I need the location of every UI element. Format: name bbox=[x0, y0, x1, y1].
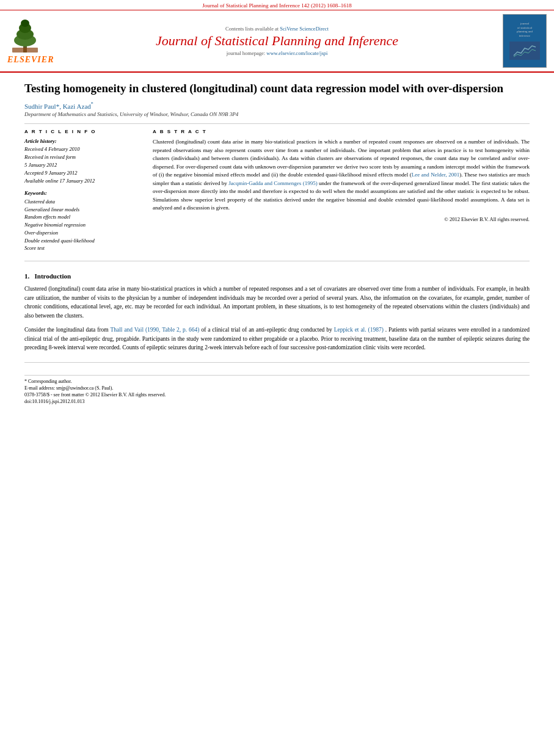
jacqmin-link[interactable]: Jacqmin-Gadda and Commenges (1995) bbox=[228, 180, 318, 186]
lee-nelder-link[interactable]: Lee and Nelder, 2001 bbox=[412, 172, 459, 178]
elsevier-logo bbox=[7, 17, 62, 55]
issn-line: 0378-3758/$ - see front matter © 2012 El… bbox=[24, 392, 530, 398]
abstract-heading: A B S T R A C T bbox=[153, 129, 530, 134]
keyword-4: Negative binomial regression bbox=[24, 221, 140, 229]
svg-rect-6 bbox=[12, 48, 38, 53]
history-line-3: 5 January 2012 bbox=[24, 162, 140, 169]
intro-paragraph-1: Clustered (longitudinal) count data aris… bbox=[24, 285, 530, 321]
history-line-4: Accepted 9 January 2012 bbox=[24, 170, 140, 177]
keyword-5: Over-dispersion bbox=[24, 229, 140, 237]
article-info-column: A R T I C L E I N F O Article history: R… bbox=[24, 129, 140, 252]
repeated-word: repeated bbox=[369, 139, 387, 145]
authors-line: Sudhir Paul*, Kazi Azad* bbox=[24, 101, 530, 110]
history-line-5: Available online 17 January 2012 bbox=[24, 178, 140, 185]
journal-header: ELSEVIER Contents lists available at Sci… bbox=[0, 10, 554, 73]
footer-divider bbox=[24, 362, 530, 363]
journal-title: Journal of Statistical Planning and Infe… bbox=[62, 33, 492, 49]
journal-cover-area: journal of statistical planning and infe… bbox=[492, 14, 547, 68]
abstract-body: Clustered (longitudinal) count data aris… bbox=[153, 138, 530, 213]
article-info-heading: A R T I C L E I N F O bbox=[24, 129, 140, 134]
page-footer: * Corresponding author. E-mail address: … bbox=[24, 375, 530, 404]
article-title: Testing homogeneity in clustered (longit… bbox=[24, 81, 530, 96]
journal-title-area: Contents lists available at SciVerse Sci… bbox=[62, 26, 492, 56]
affiliation: Department of Mathematics and Statistics… bbox=[24, 111, 530, 117]
elsevier-logo-area: ELSEVIER bbox=[7, 17, 62, 65]
citation-text: Journal of Statistical Planning and Infe… bbox=[202, 2, 351, 9]
homepage-line: journal homepage: www.elsevier.com/locat… bbox=[62, 50, 492, 56]
divider-2 bbox=[24, 261, 530, 261]
article-meta-area: A R T I C L E I N F O Article history: R… bbox=[24, 129, 530, 252]
sciverse-line: Contents lists available at SciVerse Sci… bbox=[62, 26, 492, 32]
intro-paragraph-2: Consider the longitudinal data from Thal… bbox=[24, 325, 530, 352]
copyright-line: © 2012 Elsevier B.V. All rights reserved… bbox=[153, 216, 530, 222]
elsevier-wordmark: ELSEVIER bbox=[7, 55, 62, 65]
thall-vail-link[interactable]: Thall and Vail (1990, Table 2, p. 664) bbox=[110, 327, 199, 333]
history-line-1: Received 4 February 2010 bbox=[24, 146, 140, 153]
email-link[interactable]: smjp@uwindsor.ca (S. Paul). bbox=[56, 385, 113, 391]
svg-point-5 bbox=[21, 20, 29, 27]
doi-line: doi:10.1016/j.jspi.2012.01.013 bbox=[24, 399, 530, 404]
keyword-1: Clustered data bbox=[24, 198, 140, 206]
divider-1 bbox=[24, 123, 530, 124]
sciverse-link[interactable]: SciVerse ScienceDirect bbox=[280, 26, 329, 32]
keyword-7: Score test bbox=[24, 244, 140, 252]
keywords-label: Keywords: bbox=[24, 190, 140, 196]
keyword-6: Double extended quasi-likelihood bbox=[24, 237, 140, 245]
abstract-column: A B S T R A C T Clustered (longitudinal)… bbox=[153, 129, 530, 252]
intro-title: 1. Introduction bbox=[24, 272, 530, 280]
journal-cover-thumbnail: journal of statistical planning and infe… bbox=[503, 14, 547, 68]
leppick-link[interactable]: Leppick et al. (1987) bbox=[334, 327, 384, 333]
corresponding-author-note: * Corresponding author. bbox=[24, 379, 530, 384]
main-content: Testing homogeneity in clustered (longit… bbox=[0, 73, 554, 413]
homepage-link[interactable]: www.elsevier.com/locate/jspi bbox=[266, 50, 327, 56]
introduction-section: 1. Introduction Clustered (longitudinal)… bbox=[24, 272, 530, 352]
email-note: E-mail address: smjp@uwindsor.ca (S. Pau… bbox=[24, 385, 530, 391]
keyword-2: Generalized linear models bbox=[24, 206, 140, 214]
keyword-3: Random effects model bbox=[24, 213, 140, 221]
history-label: Article history: bbox=[24, 138, 140, 144]
history-line-2: Received in revised form bbox=[24, 154, 140, 161]
elsevier-tree-icon bbox=[7, 17, 43, 55]
top-citation-bar: Journal of Statistical Planning and Infe… bbox=[0, 0, 554, 10]
